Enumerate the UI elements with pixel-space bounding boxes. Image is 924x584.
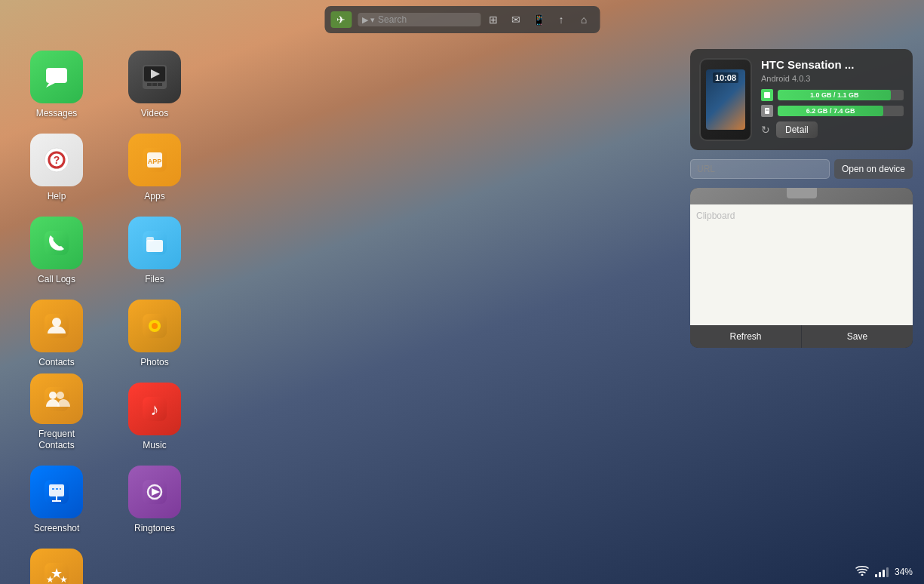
ringtones-icon	[128, 466, 181, 518]
sd-storage-row: 6.2 GB / 7.4 GB	[761, 105, 904, 117]
messages-label: Messages	[36, 108, 78, 118]
app-item-files[interactable]: Files	[106, 207, 204, 290]
svg-text:?: ?	[54, 154, 60, 166]
svg-rect-4	[147, 83, 152, 86]
search-bar: ▶ ▾	[358, 13, 480, 26]
signal-bars	[875, 567, 889, 577]
videos-icon	[128, 51, 181, 103]
music-label: Music	[143, 440, 166, 450]
app-item-recommends[interactable]: ★★★ Recommends	[8, 539, 106, 584]
svg-point-23	[152, 323, 158, 329]
internal-storage-text: 1.0 GB / 1.1 GB	[807, 91, 862, 99]
apps-label: Apps	[144, 191, 164, 201]
device-name: HTC Sensation ...	[761, 58, 904, 71]
apps-icon: APP	[128, 134, 181, 186]
home-icon[interactable]: ⌂	[574, 10, 594, 29]
svg-text:APP: APP	[148, 158, 162, 165]
url-bar: Open on device	[690, 159, 913, 179]
internal-storage-row: 1.0 GB / 1.1 GB	[761, 89, 904, 101]
signal-bar-2	[879, 572, 881, 577]
app-item-calllogs[interactable]: Call Logs	[8, 207, 106, 290]
internal-storage-icon	[761, 89, 773, 101]
grid-icon[interactable]: ⊞	[483, 10, 503, 29]
app-grid: Messages Videos ? Help APP Apps Call Log…	[8, 41, 204, 584]
sd-storage-fill: 6.2 GB / 7.4 GB	[778, 106, 883, 116]
wifi-icon	[855, 565, 869, 578]
app-item-help[interactable]: ? Help	[8, 124, 106, 207]
calllogs-label: Call Logs	[38, 274, 75, 284]
device-actions: ↻ Detail	[761, 121, 904, 138]
contacts-label: Contacts	[38, 357, 74, 367]
app-item-videos[interactable]: Videos	[106, 41, 204, 124]
mail-icon[interactable]: ✉	[506, 10, 526, 29]
internal-storage-bar: 1.0 GB / 1.1 GB	[778, 90, 904, 100]
contacts-icon	[30, 300, 83, 352]
signal-bar-1	[875, 574, 877, 577]
sd-storage-bar: 6.2 GB / 7.4 GB	[778, 106, 904, 116]
files-label: Files	[145, 274, 164, 284]
messages-icon	[30, 51, 83, 103]
svg-rect-15	[45, 231, 69, 255]
screenshot-icon	[30, 466, 83, 518]
device-refresh-icon[interactable]: ↻	[761, 124, 770, 136]
svg-rect-18	[146, 237, 154, 241]
app-item-messages[interactable]: Messages	[8, 41, 106, 124]
search-input[interactable]	[378, 14, 476, 25]
svg-text:★: ★	[46, 574, 54, 584]
svg-point-20	[52, 318, 61, 327]
videos-label: Videos	[141, 108, 168, 118]
phone-icon[interactable]: 📱	[529, 10, 548, 29]
device-card: 10:08 HTC Sensation ... Android 4.0.3 1.…	[690, 49, 913, 150]
clipboard-card: Clipboard Refresh Save	[690, 188, 913, 348]
signal-bar-4	[886, 567, 889, 577]
status-bar: 34%	[855, 565, 913, 578]
search-dropdown[interactable]: ▶ ▾	[362, 15, 375, 25]
svg-rect-41	[764, 92, 770, 98]
svg-rect-17	[146, 240, 163, 252]
app-item-photos[interactable]: Photos	[106, 290, 204, 373]
svg-rect-5	[152, 83, 157, 86]
music-icon: ♪	[128, 383, 181, 435]
freqcontacts-icon	[30, 373, 83, 424]
open-on-device-button[interactable]: Open on device	[834, 159, 913, 179]
svg-text:★: ★	[60, 574, 68, 584]
clipboard-textarea[interactable]	[696, 211, 907, 316]
app-item-contacts[interactable]: Contacts	[8, 290, 106, 373]
sd-storage-icon	[761, 105, 773, 117]
sd-storage-text: 6.2 GB / 7.4 GB	[803, 107, 858, 115]
recommends-icon: ★★★	[30, 549, 83, 584]
url-input[interactable]	[690, 159, 830, 179]
device-os: Android 4.0.3	[761, 74, 904, 83]
help-icon: ?	[30, 134, 83, 186]
app-item-freqcontacts[interactable]: FrequentContacts	[8, 373, 106, 456]
app-item-music[interactable]: ♪ Music	[106, 373, 204, 456]
right-panel: 10:08 HTC Sensation ... Android 4.0.3 1.…	[690, 49, 913, 348]
app-item-ringtones[interactable]: Ringtones	[106, 456, 204, 539]
clipboard-label: Clipboard	[696, 211, 735, 221]
svg-rect-30	[49, 484, 64, 496]
app-item-screenshot[interactable]: Screenshot	[8, 456, 106, 539]
device-image: 10:08	[699, 58, 752, 141]
save-button[interactable]: Save	[802, 325, 913, 348]
svg-point-45	[861, 574, 863, 576]
calllogs-icon	[30, 217, 83, 269]
device-info: HTC Sensation ... Android 4.0.3 1.0 GB /…	[761, 58, 904, 141]
refresh-button[interactable]: Refresh	[690, 325, 801, 348]
app-item-apps[interactable]: APP Apps	[106, 124, 204, 207]
device-clock: 10:08	[713, 72, 738, 83]
svg-point-25	[49, 392, 57, 399]
photos-icon	[128, 300, 181, 352]
svg-text:♪: ♪	[151, 400, 159, 419]
svg-rect-0	[46, 68, 67, 83]
device-screen: 10:08	[706, 69, 745, 130]
clipboard-footer: Refresh Save	[690, 325, 913, 348]
svg-marker-1	[46, 83, 55, 88]
photos-label: Photos	[140, 357, 168, 367]
toolbar: ✈ ▶ ▾ ⊞ ✉ 📱 ↑ ⌂	[324, 6, 600, 33]
svg-rect-24	[45, 387, 69, 411]
logo-icon[interactable]: ✈	[330, 11, 351, 28]
files-icon	[128, 217, 181, 269]
upload-icon[interactable]: ↑	[551, 10, 571, 29]
signal-bar-3	[883, 570, 885, 577]
detail-button[interactable]: Detail	[776, 121, 818, 138]
